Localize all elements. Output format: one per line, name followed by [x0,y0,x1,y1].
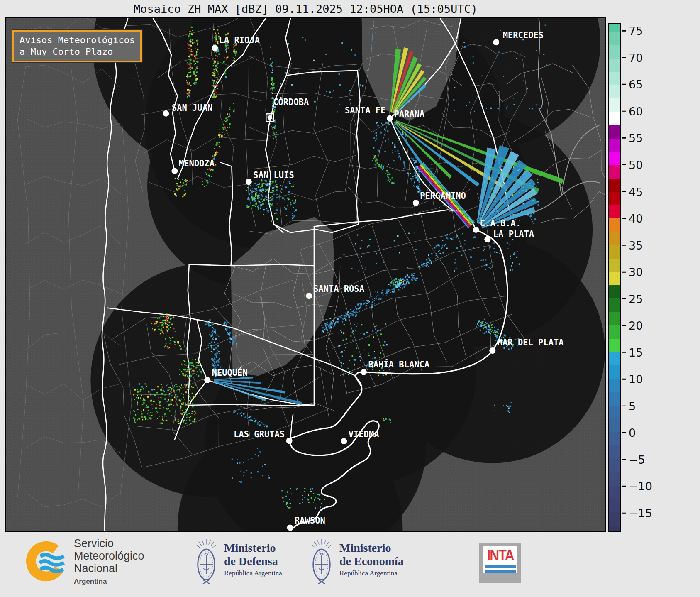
footer: Servicio Meteorológico Nacional Argentin… [0,532,700,597]
colorbar-tick [622,298,626,299]
city-marker-dot [413,200,419,206]
colorbar-tick-label: 65 [629,78,643,91]
colorbar-tick [622,137,626,139]
economia-text: Ministerio de Economía República Argenti… [339,541,404,579]
colorbar-tick [622,405,626,406]
city-marker-dot [341,438,347,444]
city-marker-dot [204,377,210,383]
city-label: MAR DEL PLATA [498,338,564,347]
city-marker-dot [171,168,178,174]
colorbar-tick-label: −5 [629,453,645,466]
city-label: SANTA ROSA [313,284,364,294]
city-label: PERGAMINO [420,191,466,201]
colorbar-tick-label: 40 [629,212,643,225]
colorbar-tick [622,245,626,246]
colorbar-tick-label: 15 [629,346,643,359]
colorbar-tick [622,84,626,85]
city-marker-dot [473,227,479,233]
city-label: MENDOZA [179,159,215,169]
inta-logo-text: INTA [485,547,515,564]
colorbar-tick-label: 55 [629,132,643,144]
colorbar-tick-label: 45 [629,185,643,198]
colorbar-tick-label: −10 [629,480,652,493]
city-label: SANTA FE [345,105,385,115]
colorbar-tick [622,191,626,192]
colorbar-tick [622,272,626,273]
colorbar-tick [622,352,626,353]
colorbar-tick [622,57,626,59]
city-label: NEUQUÉN [212,367,248,378]
radar-coverage-circles [90,18,605,531]
economia-coat-of-arms-icon [310,536,334,588]
city-label: LA RIOJA [219,35,260,45]
city-label: SAN LUIS [253,170,294,180]
colorbar-tick-label: 50 [629,158,643,171]
colorbar-tick-label: 35 [629,239,643,252]
city-label: C.A.B.A. [480,218,521,228]
warnings-badge-line1: Avisos Meteorológicos [20,34,135,46]
city-label: PARANA [394,109,424,119]
radar-map: MERCEDESLA RIOJASAN JUANCÓRDOBASANTA FEP… [5,17,606,532]
colorbar-tick-label: 5 [629,399,636,412]
colorbar-tick [622,379,626,380]
defensa-text: Ministerio de Defensa República Argentin… [224,541,282,579]
colorbar-tick [622,325,626,326]
city-marker-dot [484,236,490,242]
colorbar-tick [622,486,626,487]
colorbar-tick [622,459,626,460]
smn-logo-icon [26,540,71,583]
warnings-badge[interactable]: Avisos Meteorológicos a Muy Corto Plazo [12,30,142,62]
defensa-coat-of-arms-icon [194,536,218,588]
colorbar-tick-label: 75 [629,24,643,37]
radar-map-svg: MERCEDESLA RIOJASAN JUANCÓRDOBASANTA FEP… [6,18,605,531]
dbz-colorbar-ticks: 757065605550454035302520151050−5−10−15 [621,23,671,532]
colorbar-tick [622,111,626,112]
city-label: VIEDMA [349,429,379,439]
colorbar-tick [622,432,626,433]
city-marker-dot [212,45,218,51]
smn-logo-text: Servicio Meteorológico Nacional Argentin… [74,537,144,588]
colorbar-tick [622,30,626,32]
colorbar-tick [622,218,626,219]
city-marker-dot [387,115,393,122]
city-label: LA PLATA [493,229,534,239]
colorbar-tick-label: −15 [629,506,652,519]
colorbar-tick-label: 10 [629,373,643,386]
city-label: CÓRDOBA [273,97,309,107]
city-marker-dot [287,525,293,531]
city-marker-dot [489,347,495,354]
colorbar-tick-label: 0 [629,426,636,439]
city-marker-dot [163,110,169,117]
warnings-badge-line2: a Muy Corto Plazo [20,46,135,58]
colorbar-tick [622,164,626,166]
colorbar-tick-label: 20 [629,319,643,332]
city-label: BAHÍA BLANCA [368,359,430,369]
city-marker-dot [268,115,272,120]
inta-logo: INTA [479,543,521,583]
city-label: RAWSON [295,516,325,526]
page-title: Mosaico ZH MAX [dBZ] 09.11.2025 12:05HOA… [5,2,606,15]
colorbar-tick-label: 60 [629,105,643,117]
colorbar-tick-label: 30 [629,266,643,279]
city-label: MERCEDES [503,30,544,40]
city-parana: PARANA [394,109,424,119]
city-marker-dot [246,179,252,185]
city-label: SAN JUAN [172,103,212,113]
colorbar-tick [622,513,626,514]
city-label: LAS GRUTAS [234,429,285,439]
colorbar-tick-label: 70 [629,51,643,64]
dbz-colorbar [608,23,621,532]
city-marker-dot [286,438,293,444]
city-marker-dot [361,369,367,375]
city-marker-dot [493,39,499,45]
city-marker-dot [306,293,312,299]
colorbar-tick-label: 25 [629,292,643,305]
